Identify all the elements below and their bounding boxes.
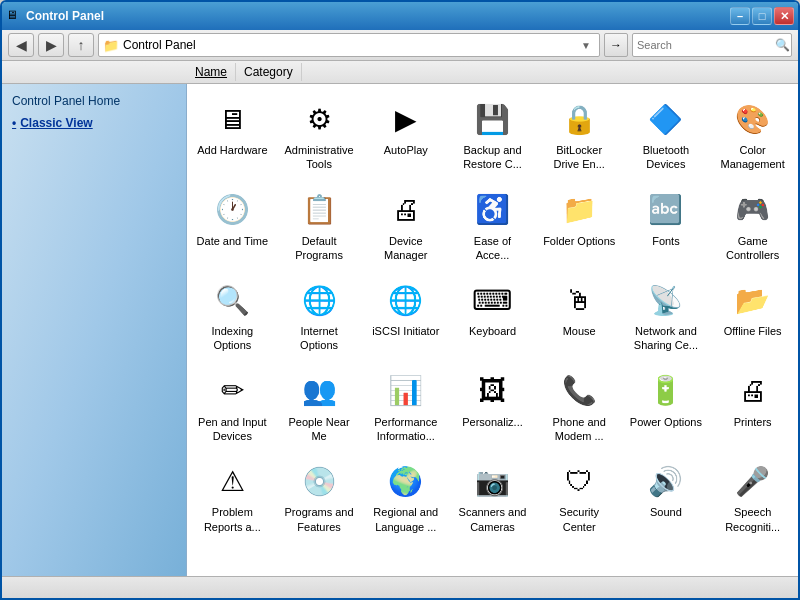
icon-folder-options[interactable]: 📁Folder Options — [538, 183, 621, 270]
icon-label-internet-options: Internet Options — [283, 324, 356, 353]
icon-regional-language[interactable]: 🌍Regional and Language ... — [364, 454, 447, 541]
window-controls: – □ ✕ — [730, 7, 794, 25]
icon-programs-features[interactable]: 💿Programs and Features — [278, 454, 361, 541]
icon-administrative-tools[interactable]: ⚙Administrative Tools — [278, 92, 361, 179]
search-input[interactable] — [637, 39, 775, 51]
icon-label-bitlocker: BitLocker Drive En... — [543, 143, 616, 172]
col-header-name[interactable]: Name — [187, 63, 236, 81]
address-bar[interactable]: 📁 Control Panel ▼ — [98, 33, 600, 57]
icon-image-network-sharing: 📡 — [646, 280, 686, 320]
icon-label-device-manager: Device Manager — [369, 234, 442, 263]
col-header-category[interactable]: Category — [236, 63, 302, 81]
icon-image-security-center: 🛡 — [559, 461, 599, 501]
icon-image-backup-restore: 💾 — [472, 99, 512, 139]
icon-image-administrative-tools: ⚙ — [299, 99, 339, 139]
icon-indexing-options[interactable]: 🔍Indexing Options — [191, 273, 274, 360]
icon-device-manager[interactable]: 🖨Device Manager — [364, 183, 447, 270]
icon-bluetooth-devices[interactable]: 🔷Bluetooth Devices — [625, 92, 708, 179]
icon-label-programs-features: Programs and Features — [283, 505, 356, 534]
icon-people-near-me[interactable]: 👥People Near Me — [278, 364, 361, 451]
icon-label-sound: Sound — [650, 505, 682, 519]
icon-label-iscsi-initiator: iSCSI Initiator — [372, 324, 439, 338]
icon-image-keyboard: ⌨ — [472, 280, 512, 320]
icon-image-fonts: 🔤 — [646, 190, 686, 230]
icon-label-performance-info: Performance Informatio... — [369, 415, 442, 444]
icon-printers[interactable]: 🖨Printers — [711, 364, 794, 451]
icon-game-controllers[interactable]: 🎮Game Controllers — [711, 183, 794, 270]
icon-scanners-cameras[interactable]: 📷Scanners and Cameras — [451, 454, 534, 541]
icon-mouse[interactable]: 🖱Mouse — [538, 273, 621, 360]
icon-backup-restore[interactable]: 💾Backup and Restore C... — [451, 92, 534, 179]
icon-image-autoplay: ▶ — [386, 99, 426, 139]
icon-image-iscsi-initiator: 🌐 — [386, 280, 426, 320]
icon-label-mouse: Mouse — [563, 324, 596, 338]
icon-label-phone-modem: Phone and Modem ... — [543, 415, 616, 444]
icon-fonts[interactable]: 🔤Fonts — [625, 183, 708, 270]
icon-image-bitlocker: 🔒 — [559, 99, 599, 139]
icon-speech-recognition[interactable]: 🎤Speech Recogniti... — [711, 454, 794, 541]
icon-image-personalization: 🖼 — [472, 371, 512, 411]
icon-date-time[interactable]: 🕐Date and Time — [191, 183, 274, 270]
icon-image-color-management: 🎨 — [733, 99, 773, 139]
icon-problem-reports[interactable]: ⚠Problem Reports a... — [191, 454, 274, 541]
control-panel-window: 🖥 Control Panel – □ ✕ ◀ ▶ ↑ 📁 Control Pa… — [0, 0, 800, 600]
icon-image-internet-options: 🌐 — [299, 280, 339, 320]
icon-label-add-hardware: Add Hardware — [197, 143, 267, 157]
icon-label-printers: Printers — [734, 415, 772, 429]
icon-label-problem-reports: Problem Reports a... — [196, 505, 269, 534]
icon-bitlocker[interactable]: 🔒BitLocker Drive En... — [538, 92, 621, 179]
close-button[interactable]: ✕ — [774, 7, 794, 25]
icon-ease-of-access[interactable]: ♿Ease of Acce... — [451, 183, 534, 270]
sidebar-item-classic-view[interactable]: Classic View — [12, 116, 176, 130]
forward-button[interactable]: ▶ — [38, 33, 64, 57]
icon-keyboard[interactable]: ⌨Keyboard — [451, 273, 534, 360]
icon-image-ease-of-access: ♿ — [472, 190, 512, 230]
search-icon[interactable]: 🔍 — [775, 38, 790, 52]
icon-default-programs[interactable]: 📋Default Programs — [278, 183, 361, 270]
icon-power-options[interactable]: 🔋Power Options — [625, 364, 708, 451]
icon-image-sound: 🔊 — [646, 461, 686, 501]
icons-grid: 🖥Add Hardware⚙Administrative Tools▶AutoP… — [187, 84, 798, 549]
icon-label-folder-options: Folder Options — [543, 234, 615, 248]
icon-label-speech-recognition: Speech Recogniti... — [716, 505, 789, 534]
icon-label-pen-input: Pen and Input Devices — [196, 415, 269, 444]
up-button[interactable]: ↑ — [68, 33, 94, 57]
icon-security-center[interactable]: 🛡Security Center — [538, 454, 621, 541]
icon-pen-input[interactable]: ✏Pen and Input Devices — [191, 364, 274, 451]
icon-add-hardware[interactable]: 🖥Add Hardware — [191, 92, 274, 179]
icon-image-pen-input: ✏ — [212, 371, 252, 411]
main-area: Control Panel Home Classic View 🖥Add Har… — [2, 84, 798, 576]
icon-iscsi-initiator[interactable]: 🌐iSCSI Initiator — [364, 273, 447, 360]
icon-image-date-time: 🕐 — [212, 190, 252, 230]
icon-label-ease-of-access: Ease of Acce... — [456, 234, 529, 263]
icon-offline-files[interactable]: 📂Offline Files — [711, 273, 794, 360]
icon-label-backup-restore: Backup and Restore C... — [456, 143, 529, 172]
icon-label-regional-language: Regional and Language ... — [369, 505, 442, 534]
title-bar: 🖥 Control Panel – □ ✕ — [2, 2, 798, 30]
maximize-button[interactable]: □ — [752, 7, 772, 25]
icon-performance-info[interactable]: 📊Performance Informatio... — [364, 364, 447, 451]
back-button[interactable]: ◀ — [8, 33, 34, 57]
icon-image-printers: 🖨 — [733, 371, 773, 411]
icon-label-offline-files: Offline Files — [724, 324, 782, 338]
icon-label-color-management: Color Management — [716, 143, 789, 172]
icon-label-default-programs: Default Programs — [283, 234, 356, 263]
icon-color-management[interactable]: 🎨Color Management — [711, 92, 794, 179]
content-area[interactable]: 🖥Add Hardware⚙Administrative Tools▶AutoP… — [187, 84, 798, 576]
search-bar[interactable]: 🔍 — [632, 33, 792, 57]
icon-image-speech-recognition: 🎤 — [733, 461, 773, 501]
icon-network-sharing[interactable]: 📡Network and Sharing Ce... — [625, 273, 708, 360]
address-dropdown-arrow[interactable]: ▼ — [577, 40, 595, 51]
icon-autoplay[interactable]: ▶AutoPlay — [364, 92, 447, 179]
icon-image-performance-info: 📊 — [386, 371, 426, 411]
icon-phone-modem[interactable]: 📞Phone and Modem ... — [538, 364, 621, 451]
icon-label-autoplay: AutoPlay — [384, 143, 428, 157]
icon-image-game-controllers: 🎮 — [733, 190, 773, 230]
icon-sound[interactable]: 🔊Sound — [625, 454, 708, 541]
minimize-button[interactable]: – — [730, 7, 750, 25]
icon-image-regional-language: 🌍 — [386, 461, 426, 501]
address-text: Control Panel — [123, 38, 577, 52]
icon-internet-options[interactable]: 🌐Internet Options — [278, 273, 361, 360]
icon-personalization[interactable]: 🖼Personaliz... — [451, 364, 534, 451]
go-button[interactable]: → — [604, 33, 628, 57]
